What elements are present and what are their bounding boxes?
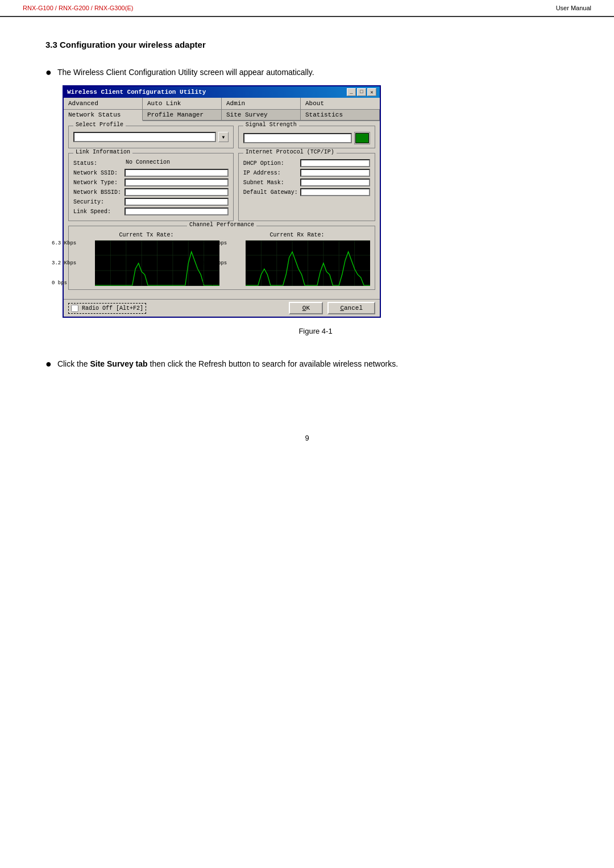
tcp-ip-label: Internet Protocol (TCP/IP) <box>243 149 337 155</box>
channel-perf-label: Channel Performance <box>187 222 256 228</box>
channel-cols: Current Tx Rate: 6.3 Kbps 3.2 Kbps 0 bps <box>73 232 370 286</box>
tx-col-wrapper: 6.3 Kbps 3.2 Kbps 0 bps <box>73 240 219 286</box>
bullet-2: ● Click the Site Survey tab then click t… <box>45 358 569 377</box>
dialog-title: Wireless Client Configuration Utility <box>67 89 206 95</box>
page-number: 9 <box>0 434 614 442</box>
bullet-text-1: The Wireless Client Configuration Utilit… <box>57 67 314 78</box>
ip-label: IP Address: <box>243 170 300 176</box>
rx-label-top: 9.9 Kbps <box>202 240 227 246</box>
rx-rate-label: Current Rx Rate: <box>224 232 370 238</box>
dialog-wrapper: Wireless Client Configuration Utility _ … <box>63 85 569 318</box>
select-profile-panel: Select Profile ▼ <box>68 126 234 148</box>
bssid-value <box>125 188 229 196</box>
radio-off-text: Radio Off [Alt+F2] <box>82 305 143 312</box>
channel-tx-col: Current Tx Rate: 6.3 Kbps 3.2 Kbps 0 bps <box>73 232 219 286</box>
type-label: Network Type: <box>73 180 125 186</box>
signal-strength-label: Signal Strength <box>243 122 299 128</box>
dhcp-value <box>300 159 370 167</box>
menu-about[interactable]: About <box>301 98 380 109</box>
rx-col-wrapper: 9.9 Kbps 5.0 Kbps 0 bps <box>224 240 370 286</box>
info-row-security: Security: <box>73 198 229 206</box>
profile-dropdown-input[interactable] <box>73 132 216 142</box>
dialog-tabs: Network Status Profile Manager Site Surv… <box>64 110 380 121</box>
signal-strength-panel: Signal Strength <box>238 126 375 148</box>
gateway-value <box>300 188 370 196</box>
restore-button[interactable]: □ <box>357 88 366 96</box>
tcp-row-gateway: Default Gateway: <box>243 188 370 196</box>
channel-perf-panel: Channel Performance Current Tx Rate: 6.3… <box>68 226 375 290</box>
dialog: Wireless Client Configuration Utility _ … <box>63 85 381 318</box>
security-label: Security: <box>73 199 125 205</box>
tab-profile-manager[interactable]: Profile Manager <box>143 110 222 120</box>
tcp-content: DHCP Option: IP Address: Subnet Mask: <box>243 159 370 196</box>
select-profile-content: ▼ <box>73 132 229 142</box>
tx-label-bot: 0 bps <box>52 280 76 286</box>
tx-label-top: 6.3 Kbps <box>52 240 76 246</box>
footer-buttons: OK Cancel <box>289 302 375 314</box>
bssid-label: Network BSSID: <box>73 189 125 196</box>
tab-site-survey[interactable]: Site Survey <box>222 110 301 120</box>
dialog-menu: Advanced Auto Link Admin About <box>64 98 380 110</box>
menu-advanced[interactable]: Advanced <box>64 98 143 109</box>
rx-graph <box>246 240 370 286</box>
page-content: 3.3 Configuration your wireless adapter … <box>0 17 614 411</box>
signal-strength-content <box>243 132 370 144</box>
bullet-dot-1: ● <box>45 65 52 80</box>
subnet-value <box>300 178 370 186</box>
close-button[interactable]: ✕ <box>367 88 376 96</box>
signal-bar <box>243 133 352 143</box>
subnet-label: Subnet Mask: <box>243 180 300 186</box>
page-header: RNX-G100 / RNX-G200 / RNX-G300(E) User M… <box>0 0 614 17</box>
speed-label: Link Speed: <box>73 209 125 215</box>
header-right: User Manual <box>556 5 591 11</box>
info-row-type: Network Type: <box>73 178 229 186</box>
site-survey-tab-reference: Site Survey tab <box>90 359 147 368</box>
security-value <box>125 198 229 206</box>
radio-off-checkbox[interactable] <box>71 305 78 312</box>
tx-graph-labels: 6.3 Kbps 3.2 Kbps 0 bps <box>52 240 76 286</box>
header-left: RNX-G100 / RNX-G200 / RNX-G300(E) <box>23 5 133 11</box>
status-label: Status: <box>73 160 125 167</box>
ok-button[interactable]: OK <box>289 302 323 314</box>
bullet-dot-2: ● <box>45 357 52 371</box>
profile-dropdown-btn[interactable]: ▼ <box>218 132 229 142</box>
ip-value <box>300 169 370 177</box>
tab-statistics[interactable]: Statistics <box>301 110 380 120</box>
tcp-row-subnet: Subnet Mask: <box>243 178 370 186</box>
select-profile-label: Select Profile <box>73 122 126 128</box>
rx-label-mid: 5.0 Kbps <box>202 260 227 266</box>
info-row-status: Status: No Connection <box>73 159 229 167</box>
menu-admin[interactable]: Admin <box>222 98 301 109</box>
link-info-content: Status: No Connection Network SSID: Netw… <box>73 159 229 215</box>
dialog-body: Select Profile ▼ Signal Strength <box>64 121 380 299</box>
rx-graph-labels: 9.9 Kbps 5.0 Kbps 0 bps <box>202 240 227 286</box>
section-title: 3.3 Configuration your wireless adapter <box>45 40 569 49</box>
dialog-titlebar: Wireless Client Configuration Utility _ … <box>64 86 380 98</box>
gateway-label: Default Gateway: <box>243 189 300 196</box>
ssid-value <box>125 169 229 177</box>
tcp-row-dhcp: DHCP Option: <box>243 159 370 167</box>
type-value <box>125 178 229 186</box>
signal-icon-inner <box>355 133 369 143</box>
rx-label-bot: 0 bps <box>202 280 227 286</box>
link-info-panel: Link Information Status: No Connection N… <box>68 153 234 221</box>
tx-graph <box>95 240 219 286</box>
info-row-bssid: Network BSSID: <box>73 188 229 196</box>
top-panels-row: Select Profile ▼ Signal Strength <box>68 126 375 148</box>
info-row-speed: Link Speed: <box>73 207 229 215</box>
radio-off-label[interactable]: Radio Off [Alt+F2] <box>68 303 146 314</box>
bullet-1: ● The Wireless Client Configuration Util… <box>45 67 569 347</box>
menu-autolink[interactable]: Auto Link <box>143 98 222 109</box>
link-info-label: Link Information <box>73 149 132 155</box>
channel-rx-col: Current Rx Rate: 9.9 Kbps 5.0 Kbps 0 bps <box>224 232 370 286</box>
tcp-ip-panel: Internet Protocol (TCP/IP) DHCP Option: … <box>238 153 375 221</box>
minimize-button[interactable]: _ <box>347 88 356 96</box>
cancel-button[interactable]: Cancel <box>327 302 375 314</box>
tx-label-mid: 3.2 Kbps <box>52 260 76 266</box>
signal-icon <box>354 132 370 144</box>
tab-network-status[interactable]: Network Status <box>64 110 143 121</box>
tcp-row-ip: IP Address: <box>243 169 370 177</box>
tx-rate-label: Current Tx Rate: <box>73 232 219 238</box>
figure-caption: Figure 4-1 <box>63 327 569 335</box>
ssid-label: Network SSID: <box>73 170 125 176</box>
